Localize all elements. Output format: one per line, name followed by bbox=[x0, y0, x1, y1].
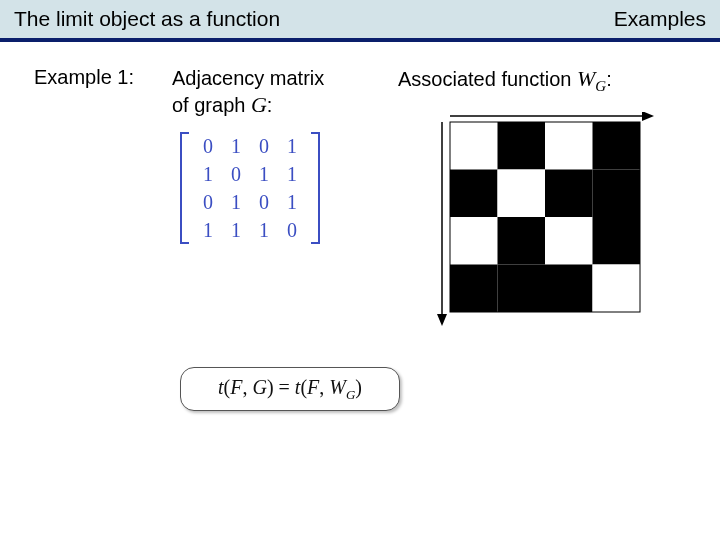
heatmap-cell bbox=[450, 265, 498, 313]
matrix-grid: 0101101101011110 bbox=[194, 132, 306, 244]
matrix-cell: 0 bbox=[194, 188, 222, 216]
matrix-cell: 1 bbox=[278, 160, 306, 188]
heatmap-cell bbox=[545, 217, 593, 265]
associated-suffix: : bbox=[606, 68, 612, 90]
matrix-cell: 1 bbox=[194, 216, 222, 244]
heatmap-cell bbox=[545, 265, 593, 313]
graph-symbol: G bbox=[251, 92, 267, 117]
title-bar: The limit object as a function Examples bbox=[0, 0, 720, 42]
heatmap-cell bbox=[593, 170, 641, 218]
example-label: Example 1: bbox=[34, 66, 134, 89]
bracket-left-icon bbox=[180, 132, 190, 244]
formula-text: t(F, G) = t(F, WG) bbox=[218, 376, 362, 403]
matrix-cell: 1 bbox=[194, 160, 222, 188]
adjacency-matrix: 0101101101011110 bbox=[180, 132, 320, 244]
matrix-cell: 1 bbox=[250, 160, 278, 188]
matrix-cell: 1 bbox=[222, 132, 250, 160]
heatmap-cell bbox=[498, 170, 546, 218]
heatmap-cell bbox=[593, 217, 641, 265]
matrix-cell: 1 bbox=[278, 132, 306, 160]
matrix-cell: 1 bbox=[222, 216, 250, 244]
matrix-cell: 0 bbox=[250, 188, 278, 216]
matrix-cell: 1 bbox=[278, 188, 306, 216]
formula-box: t(F, G) = t(F, WG) bbox=[180, 367, 400, 411]
associated-label: Associated function WG: bbox=[398, 66, 612, 95]
adjacency-line2-suffix: : bbox=[267, 94, 273, 116]
heatmap-cell bbox=[593, 122, 641, 170]
bracket-right-icon bbox=[310, 132, 320, 244]
associated-symbol: WG bbox=[577, 66, 606, 91]
graphon-svg bbox=[430, 112, 670, 332]
adjacency-line1: Adjacency matrix bbox=[172, 67, 324, 89]
heatmap-cell bbox=[498, 122, 546, 170]
adjacency-label: Adjacency matrix of graph G: bbox=[172, 66, 324, 119]
slide-section: Examples bbox=[614, 7, 706, 31]
heatmap-cell bbox=[593, 265, 641, 313]
heatmap-cell bbox=[450, 122, 498, 170]
matrix-cell: 1 bbox=[222, 188, 250, 216]
heatmap-cell bbox=[450, 170, 498, 218]
matrix-cell: 0 bbox=[278, 216, 306, 244]
arrow-down-icon bbox=[437, 314, 447, 326]
adjacency-line2-prefix: of graph bbox=[172, 94, 251, 116]
matrix-cell: 0 bbox=[194, 132, 222, 160]
matrix-cell: 0 bbox=[222, 160, 250, 188]
associated-prefix: Associated function bbox=[398, 68, 577, 90]
heatmap-cell bbox=[545, 122, 593, 170]
heatmap-cell bbox=[498, 217, 546, 265]
heatmap-cell bbox=[545, 170, 593, 218]
graphon-plot bbox=[430, 112, 670, 332]
slide-title: The limit object as a function bbox=[14, 7, 280, 31]
arrow-right-icon bbox=[642, 112, 654, 121]
heatmap-cell bbox=[450, 217, 498, 265]
matrix-cell: 1 bbox=[250, 216, 278, 244]
matrix-cell: 0 bbox=[250, 132, 278, 160]
heatmap-cell bbox=[498, 265, 546, 313]
